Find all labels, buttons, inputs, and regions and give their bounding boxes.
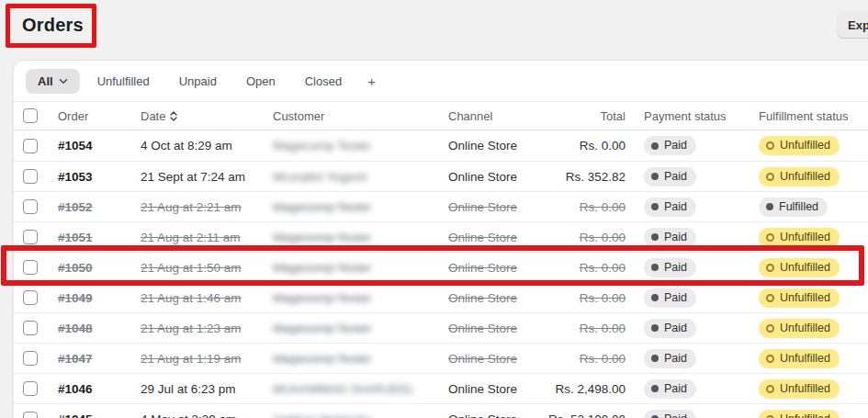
order-link[interactable]: #1046 [58,382,93,396]
customer-name: Magecomp Tester [273,261,371,275]
table-row[interactable]: #1051 21 Aug at 2:11 am Magecomp Tester … [14,221,868,252]
order-link[interactable]: #1045 [58,412,93,418]
order-link[interactable]: #1050 [58,261,93,275]
customer-name: Vaibhav Mahindru [273,412,372,418]
table-header-row: Order Date Customer Channel Total Paymen… [14,102,868,130]
payment-status-label: Paid [664,352,687,366]
orders-card: AllUnfulfilledUnpaidOpenClosed+ Order Da… [13,60,868,418]
payment-status-badge: Paid [644,228,696,247]
export-button[interactable]: Export [837,12,868,39]
fulfillment-status-label: Unfulfilled [780,170,830,184]
order-link[interactable]: #1047 [58,352,93,366]
order-date: 4 May at 3:39 am [141,412,236,418]
order-channel: Online Store [448,200,517,214]
customer-name: MUHAMMAD SHARJEEL [273,382,415,396]
fulfillment-status-badge: Unfulfilled [759,379,840,399]
order-date: 21 Aug at 2:21 am [141,200,242,214]
unfulfilled-ring-icon [766,141,774,150]
order-total: Rs. 0.00 [580,352,626,366]
payment-dot-icon [651,355,659,362]
fulfillment-status-label: Unfulfilled [780,261,830,275]
fulfillment-status-badge: Unfulfilled [759,319,840,338]
table-row[interactable]: #1050 21 Aug at 1:50 am Magecomp Tester … [14,252,868,282]
order-date: 21 Sept at 7:24 am [141,170,245,184]
order-total: Rs. 0.00 [580,200,626,214]
tab-all[interactable]: All [26,69,80,94]
order-channel: Online Store [448,412,517,418]
row-checkbox[interactable] [23,290,38,305]
order-link[interactable]: #1051 [58,231,93,244]
order-link[interactable]: #1049 [58,291,93,305]
payment-dot-icon [651,142,659,150]
fulfilled-dot-icon [766,203,773,210]
row-checkbox[interactable] [23,351,38,366]
customer-name: Magecomp Tester [273,231,371,244]
order-total: Rs. 0.00 [580,322,626,335]
unfulfilled-ring-icon [766,415,774,418]
table-row[interactable]: #1045 4 May at 3:39 am Vaibhav Mahindru … [14,403,868,418]
tab-closed[interactable]: Closed [293,69,354,94]
payment-status-label: Paid [664,231,687,244]
page-title: Orders [22,15,84,36]
payment-status-badge: Paid [644,319,696,338]
tab-open[interactable]: Open [234,69,287,94]
fulfillment-status-label: Unfulfilled [780,322,830,335]
column-header-date[interactable]: Date [141,109,273,123]
fulfillment-status-badge: Unfulfilled [759,136,840,155]
fulfillment-status-badge: Fulfilled [759,198,828,217]
chevron-down-icon [59,78,68,85]
payment-status-badge: Paid [644,349,696,368]
row-checkbox[interactable] [23,321,38,335]
unfulfilled-ring-icon [766,355,774,363]
customer-name: Magecomp Tester [273,200,371,214]
order-link[interactable]: #1052 [58,200,93,214]
row-checkbox[interactable] [23,139,38,153]
payment-dot-icon [651,173,659,180]
fulfillment-status-label: Unfulfilled [780,139,830,153]
order-channel: Online Store [448,322,517,335]
unfulfilled-ring-icon [766,173,774,181]
payment-status-label: Paid [664,382,687,396]
customer-name: Magecomp Tester [273,352,371,366]
table-row[interactable]: #1048 21 Aug at 1:23 am Magecomp Tester … [14,312,868,343]
sort-updown-icon[interactable] [169,110,178,122]
order-link[interactable]: #1054 [58,139,93,153]
row-checkbox[interactable] [23,230,38,244]
order-channel: Online Store [448,352,517,366]
order-channel: Online Store [448,139,517,153]
order-link[interactable]: #1048 [58,322,93,335]
table-row[interactable]: #1053 21 Sept at 7:24 am Mrunalini Yoges… [14,161,868,191]
table-row[interactable]: #1046 29 Jul at 6:23 pm MUHAMMAD SHARJEE… [14,373,868,403]
order-link[interactable]: #1053 [58,170,93,184]
column-header-payment-status: Payment status [631,109,746,123]
add-view-tab[interactable]: + [359,68,384,95]
tab-label: Unpaid [179,74,217,88]
customer-name: Magecomp Tester [273,291,371,305]
payment-dot-icon [651,203,659,210]
tab-unfulfilled[interactable]: Unfulfilled [85,69,162,94]
row-checkbox[interactable] [23,169,38,184]
table-row[interactable]: #1054 4 Oct at 8:29 am Magecomp Tester O… [14,130,868,161]
tab-unpaid[interactable]: Unpaid [167,69,229,94]
payment-status-badge: Paid [644,167,696,186]
row-checkbox[interactable] [23,412,38,418]
order-channel: Online Store [448,382,517,396]
row-checkbox[interactable] [23,260,38,275]
fulfillment-status-badge: Unfulfilled [759,228,840,247]
customer-name: Magecomp Tester [273,322,371,335]
payment-status-label: Paid [664,261,687,275]
table-row[interactable]: #1047 21 Aug at 1:19 am Magecomp Tester … [14,343,868,373]
customer-name: Mrunalini Yogesh [273,170,367,184]
select-all-checkbox[interactable] [23,108,38,123]
payment-dot-icon [651,233,659,241]
tab-label: Closed [305,74,342,88]
table-row[interactable]: #1049 21 Aug at 1:46 am Magecomp Tester … [14,282,868,312]
order-date: 4 Oct at 8:29 am [141,139,232,153]
order-date: 21 Aug at 2:11 am [141,231,241,244]
table-row[interactable]: #1052 21 Aug at 2:21 am Magecomp Tester … [14,191,868,221]
order-total: Rs. 2,498.00 [555,382,626,396]
order-total: Rs. 0.00 [580,291,626,305]
row-checkbox[interactable] [23,199,38,214]
fulfillment-status-label: Unfulfilled [780,291,830,305]
row-checkbox[interactable] [23,381,38,396]
